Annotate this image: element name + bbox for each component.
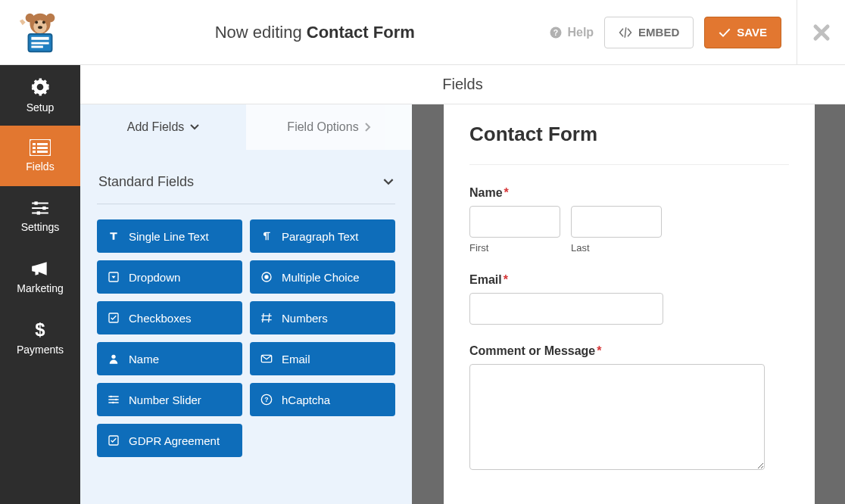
right-gutter [815, 104, 837, 504]
tab-field-options[interactable]: Field Options [246, 104, 412, 150]
check-square-icon [108, 434, 120, 446]
user-icon [108, 353, 120, 365]
sidebar-item-setup[interactable]: Setup [0, 65, 80, 126]
svg-point-5 [42, 20, 45, 23]
svg-text:?: ? [553, 27, 558, 36]
form-preview: Contact Form Name* First Last [444, 104, 815, 504]
svg-point-31 [115, 399, 117, 401]
sliders-h-icon [108, 394, 120, 406]
chevron-right-icon [365, 123, 371, 132]
top-actions: ? Help EMBED SAVE [549, 17, 797, 48]
hash-icon [260, 312, 273, 324]
svg-point-4 [35, 20, 38, 23]
close-icon[interactable] [812, 23, 831, 42]
gear-icon [30, 77, 50, 97]
svg-rect-8 [31, 36, 48, 39]
sidebar-item-label: Fields [26, 160, 54, 173]
save-button[interactable]: SAVE [704, 17, 781, 48]
svg-rect-19 [37, 151, 48, 153]
sliders-icon [30, 200, 50, 216]
paragraph-icon [260, 230, 273, 242]
caret-square-icon [108, 271, 120, 283]
svg-point-28 [111, 355, 115, 359]
email-label: Email* [469, 273, 789, 287]
question-circle-icon: ? [260, 394, 273, 406]
sidebar-item-settings[interactable]: Settings [0, 186, 80, 247]
field-number-slider[interactable]: Number Slider [97, 383, 242, 416]
editing-label: Now editing Contact Form [215, 23, 415, 42]
field-numbers[interactable]: Numbers [250, 301, 395, 334]
svg-rect-15 [37, 143, 48, 145]
last-sublabel: Last [571, 242, 662, 254]
svg-rect-10 [31, 45, 43, 48]
svg-rect-21 [42, 207, 45, 210]
email-input[interactable] [469, 293, 663, 325]
svg-point-26 [264, 275, 268, 278]
first-sublabel: First [469, 242, 560, 254]
last-name-input[interactable] [571, 206, 662, 238]
svg-point-32 [112, 402, 114, 404]
check-square-icon [108, 312, 120, 324]
svg-point-2 [46, 13, 55, 22]
first-name-input[interactable] [469, 206, 560, 238]
svg-rect-22 [37, 211, 40, 214]
form-title: Contact Form [469, 123, 789, 165]
field-dropdown[interactable]: Dropdown [97, 260, 242, 294]
field-paragraph-text[interactable]: Paragraph Text [250, 219, 395, 253]
field-checkboxes[interactable]: Checkboxes [97, 301, 242, 334]
name-label: Name* [469, 186, 789, 200]
bullhorn-icon [30, 260, 50, 278]
embed-button[interactable]: EMBED [604, 17, 694, 48]
svg-point-1 [26, 13, 35, 22]
field-email[interactable]: Email [250, 342, 395, 375]
preview-field-email[interactable]: Email* [469, 273, 789, 325]
top-bar: Now editing Contact Form ? Help EMBED SA… [0, 0, 845, 65]
field-single-line-text[interactable]: Single Line Text [97, 219, 242, 253]
svg-rect-16 [33, 147, 36, 149]
field-hcaptcha[interactable]: ? hCaptcha [250, 383, 395, 416]
field-name[interactable]: Name [97, 342, 242, 375]
svg-text:?: ? [264, 396, 268, 403]
sidebar-item-label: Settings [21, 221, 60, 233]
svg-text:$: $ [35, 319, 45, 339]
fields-panel: Add Fields Field Options Standard Fields [80, 104, 421, 504]
envelope-icon [260, 353, 273, 365]
svg-rect-18 [33, 151, 36, 153]
chevron-down-icon [383, 179, 394, 185]
svg-point-6 [38, 26, 42, 29]
comment-textarea[interactable] [469, 364, 765, 470]
panel-title: Fields [80, 65, 845, 104]
preview-field-comment[interactable]: Comment or Message* [469, 344, 789, 473]
section-standard-fields[interactable]: Standard Fields [97, 163, 395, 204]
help-icon: ? [549, 26, 563, 39]
svg-rect-9 [31, 42, 48, 44]
sidebar-item-label: Setup [27, 101, 55, 114]
preview-field-name[interactable]: Name* First Last [469, 186, 789, 254]
svg-rect-17 [37, 147, 48, 149]
sidebar-item-label: Marketing [17, 282, 63, 294]
field-multiple-choice[interactable]: Multiple Choice [250, 260, 395, 294]
sidebar: Setup Fields Settings Marketing $ Paymen… [0, 65, 80, 504]
text-icon [108, 230, 120, 242]
radio-icon [260, 271, 273, 283]
field-gdpr[interactable]: GDPR Agreement [97, 424, 242, 457]
dollar-icon: $ [33, 319, 47, 339]
comment-label: Comment or Message* [469, 344, 789, 358]
code-icon [619, 27, 632, 38]
sidebar-item-marketing[interactable]: Marketing [0, 247, 80, 307]
tab-add-fields[interactable]: Add Fields [80, 104, 246, 150]
check-icon [719, 27, 731, 38]
chevron-down-icon [190, 124, 199, 130]
sidebar-item-label: Payments [17, 344, 64, 356]
help-link[interactable]: ? Help [549, 26, 594, 39]
svg-rect-14 [33, 143, 36, 145]
list-icon [30, 139, 51, 156]
sidebar-item-payments[interactable]: $ Payments [0, 307, 80, 368]
svg-point-30 [110, 396, 112, 398]
gutter [421, 104, 444, 504]
sidebar-item-fields[interactable]: Fields [0, 126, 80, 186]
app-logo [0, 9, 80, 56]
svg-rect-20 [34, 201, 37, 204]
